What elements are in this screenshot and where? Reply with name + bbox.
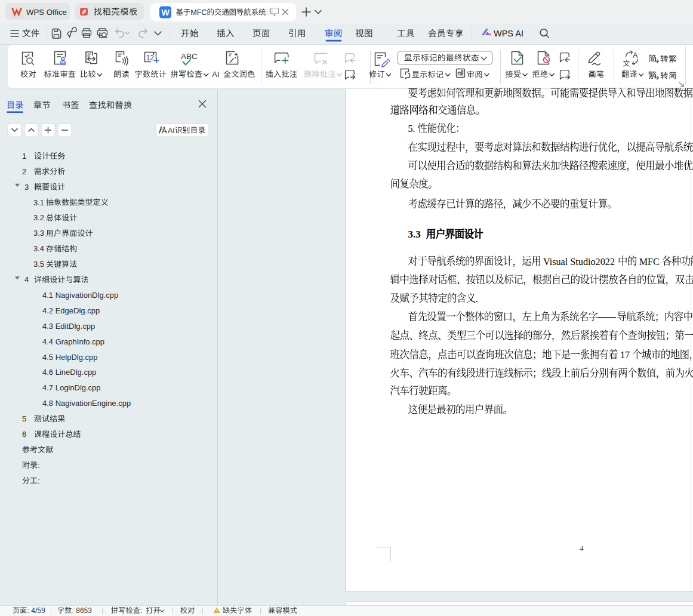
- svg-text:4.8 NagivationEngine.cpp: 4.8 NagivationEngine.cpp: [42, 399, 131, 408]
- svg-text:3.2: 3.2: [33, 213, 44, 222]
- svg-text:2: 2: [22, 167, 26, 176]
- svg-text:4.7 LoginDlg.cpp: 4.7 LoginDlg.cpp: [42, 383, 101, 392]
- svg-text:WPS Office: WPS Office: [26, 8, 67, 17]
- svg-text:12: 12: [146, 54, 155, 62]
- svg-text:5: 5: [22, 414, 26, 423]
- svg-text:6: 6: [22, 430, 26, 439]
- svg-text::: :: [140, 606, 142, 615]
- svg-text::: :: [38, 476, 40, 485]
- svg-text:3: 3: [24, 183, 29, 192]
- svg-text:4.3 EditDlg.cpp: 4.3 EditDlg.cpp: [42, 322, 95, 331]
- svg-text:WPS AI: WPS AI: [494, 29, 523, 38]
- svg-text:4: 4: [580, 544, 584, 553]
- svg-text:17: 17: [620, 350, 630, 361]
- svg-text:4.2 EdgeDlg.cpp: 4.2 EdgeDlg.cpp: [42, 306, 100, 315]
- svg-text:MFC: MFC: [639, 257, 660, 267]
- svg-text:Visual Studio2022: Visual Studio2022: [543, 257, 615, 267]
- svg-text:3.5: 3.5: [33, 260, 44, 269]
- svg-text:A: A: [633, 51, 638, 60]
- svg-text:: 8653: : 8653: [72, 606, 93, 615]
- svg-text:3.4: 3.4: [33, 244, 44, 253]
- svg-text:3.3: 3.3: [33, 229, 44, 238]
- svg-text:1: 1: [22, 152, 26, 161]
- svg-text:4: 4: [24, 275, 29, 284]
- svg-text::: :: [38, 461, 40, 470]
- svg-text:3.1: 3.1: [33, 198, 44, 207]
- svg-text:AI: AI: [168, 127, 175, 135]
- svg-text:4.5 HelpDlg.cpp: 4.5 HelpDlg.cpp: [42, 353, 98, 362]
- svg-text:: 4/59: : 4/59: [27, 606, 45, 615]
- svg-text:AI: AI: [212, 70, 219, 79]
- svg-text:5.: 5.: [408, 124, 415, 134]
- svg-text:ABC: ABC: [181, 52, 198, 61]
- svg-text:3.3: 3.3: [408, 229, 421, 240]
- svg-text:.: .: [476, 294, 478, 304]
- svg-text:4.1 NagivationDlg.cpp: 4.1 NagivationDlg.cpp: [42, 291, 118, 300]
- svg-text:4.6 LineDlg.cpp: 4.6 LineDlg.cpp: [42, 368, 96, 377]
- svg-text:MFC: MFC: [190, 8, 207, 17]
- svg-text:W: W: [161, 8, 170, 17]
- svg-text:4.4 GraphInfo.cpp: 4.4 GraphInfo.cpp: [42, 337, 104, 346]
